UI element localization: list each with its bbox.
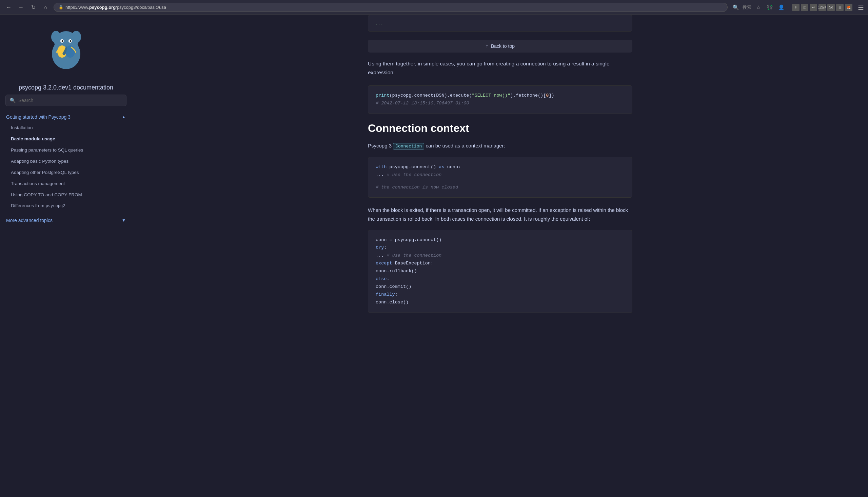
sidebar-item-basic-module[interactable]: Basic module usage (3, 133, 129, 145)
code2-line-4: # the connection is now closed (376, 184, 625, 191)
sidebar-item-label: Basic module usage (11, 136, 55, 141)
code-block-2: with psycopg.connect() as conn: ... # us… (368, 157, 632, 198)
search-icon: 🔍 (10, 98, 16, 103)
section-heading: Connection context (368, 122, 632, 134)
nav-section2-header[interactable]: More advanced topics ▼ (3, 215, 129, 226)
nav-section1-header[interactable]: Getting started with Psycopg 3 ▲ (3, 112, 129, 123)
body-text-1-suffix: can be used as a context manager: (426, 143, 505, 148)
ext-download: ⇓ (792, 4, 799, 11)
code3-line-7: conn.commit() (376, 283, 625, 291)
search-placeholder: Search (18, 98, 33, 103)
extensions-area: ⇓ ◫ ↩ 12|24 Se ☰ 🦊 (792, 4, 852, 11)
code3-line-2: try: (376, 244, 625, 252)
code-print-kw: print (376, 93, 389, 98)
sidebar: psycopg 3.2.0.dev1 documentation 🔍 Searc… (0, 15, 132, 497)
sidebar-item-label: Using COPY TO and COPY FROM (11, 192, 82, 197)
svg-point-5 (66, 45, 75, 58)
code3-line-9: conn.close() (376, 299, 625, 307)
code-preview-top: ... (368, 15, 632, 31)
browser-toolbar: ← → ↻ ⌂ 🔒 https://www.psycopg.org/psycop… (0, 0, 868, 15)
sidebar-item-label: Differences from psycopg2 (11, 203, 65, 208)
search-label: 搜索 (742, 4, 751, 11)
intro-paragraph: Using them together, in simple cases, yo… (368, 59, 632, 77)
nav-section1-label: Getting started with Psycopg 3 (6, 114, 71, 120)
sidebar-item-label: Adapting other PostgreSQL types (11, 170, 79, 175)
code3-line-5: conn.rollback() (376, 268, 625, 275)
code3-line-3: ... # use the connection (376, 252, 625, 260)
psycopg-logo (42, 25, 90, 73)
reload-button[interactable]: ↻ (28, 3, 38, 12)
sidebar-item-label: Transactions management (11, 181, 65, 186)
sidebar-item-label: Installation (11, 125, 33, 130)
sidebar-item-adapting-postgres[interactable]: Adapting other PostgreSQL types (3, 167, 129, 178)
nav-section2-label: More advanced topics (6, 218, 53, 223)
svg-point-8 (61, 40, 63, 42)
profile-button[interactable]: 👤 (777, 3, 786, 12)
lock-icon: 🔒 (59, 5, 63, 10)
sidebar-search[interactable]: 🔍 Search (5, 95, 127, 106)
sidebar-item-passing-params[interactable]: Passing parameters to SQL queries (3, 145, 129, 156)
sidebar-title: psycopg 3.2.0.dev1 documentation (0, 83, 132, 92)
code2-line-1: with psycopg.connect() as conn: (376, 164, 625, 171)
url-text: https://www.psycopg.org/psycopg3/docs/ba… (66, 5, 723, 10)
search-button[interactable]: 🔍 (731, 3, 740, 12)
back-button[interactable]: ← (4, 3, 14, 12)
body-text-1: Psycopg 3 Connection can be used as a co… (368, 141, 632, 150)
code3-line-4: except BaseException: (376, 260, 625, 268)
ext-1224: 12|24 (819, 4, 826, 11)
page-layout: psycopg 3.2.0.dev1 documentation 🔍 Searc… (0, 15, 868, 497)
sidebar-item-label: Adapting basic Python types (11, 159, 69, 164)
ext-se: Se (827, 4, 835, 11)
chevron-up-icon: ▲ (122, 115, 126, 119)
code3-line-1: conn = psycopg.connect() (376, 236, 625, 244)
back-to-top-bar[interactable]: ↑ Back to top (368, 40, 632, 53)
svg-point-2 (51, 31, 61, 43)
svg-point-9 (70, 40, 71, 42)
connection-link[interactable]: Connection (393, 143, 424, 150)
code3-line-8: finally: (376, 291, 625, 299)
bookmark-button[interactable]: ☆ (753, 3, 763, 12)
browser-actions: 🔍 搜索 ☆ 💱 👤 (731, 3, 786, 12)
home-button[interactable]: ⌂ (41, 3, 50, 12)
code-block-1: print(psycopg.connect(DSN).execute("SELE… (368, 85, 632, 114)
content-area: ... ↑ Back to top Using them together, i… (347, 15, 653, 341)
code-line-2: # 2042-07-12 18:15:10.706497+01:00 (376, 100, 625, 108)
svg-point-3 (72, 31, 81, 43)
body-text-1-prefix: Psycopg 3 (368, 143, 393, 148)
ext-tab: ◫ (801, 4, 808, 11)
sidebar-item-differences[interactable]: Differences from psycopg2 (3, 200, 129, 212)
nav-buttons: ← → ↻ ⌂ (4, 3, 50, 12)
sidebar-item-adapting-python[interactable]: Adapting basic Python types (3, 156, 129, 167)
ext-undo: ↩ (810, 4, 817, 11)
body-text-2: When the block is exited, if there is a … (368, 206, 632, 223)
back-to-top-text: Back to top (491, 43, 515, 49)
ext-fox: 🦊 (845, 4, 852, 11)
code-preview-dots: ... (375, 21, 383, 26)
sidebar-item-transactions[interactable]: Transactions management (3, 178, 129, 189)
code2-blank-line (376, 179, 625, 184)
ext-lines: ☰ (836, 4, 843, 11)
hamburger-menu[interactable]: ☰ (858, 3, 864, 12)
main-content: ... ↑ Back to top Using them together, i… (132, 15, 868, 497)
sidebar-logo (0, 15, 132, 79)
code3-line-6: else: (376, 275, 625, 283)
code-block-3: conn = psycopg.connect() try: ... # use … (368, 230, 632, 313)
nav-section-1: Getting started with Psycopg 3 ▲ Install… (0, 112, 132, 212)
code2-line-2: ... # use the connection (376, 171, 625, 179)
chevron-down-icon: ▼ (122, 218, 126, 223)
url-bar[interactable]: 🔒 https://www.psycopg.org/psycopg3/docs/… (54, 3, 728, 12)
nav-section-2: More advanced topics ▼ (0, 215, 132, 226)
sidebar-item-label: Passing parameters to SQL queries (11, 147, 83, 153)
wallet-button[interactable]: 💱 (765, 3, 774, 12)
forward-button[interactable]: → (16, 3, 26, 12)
sidebar-item-installation[interactable]: Installation (3, 123, 129, 133)
arrow-up-icon: ↑ (485, 43, 488, 49)
sidebar-item-copy[interactable]: Using COPY TO and COPY FROM (3, 189, 129, 201)
code-comment: # 2042-07-12 18:15:10.706497+01:00 (376, 101, 469, 106)
code-line-1: print(psycopg.connect(DSN).execute("SELE… (376, 92, 625, 100)
